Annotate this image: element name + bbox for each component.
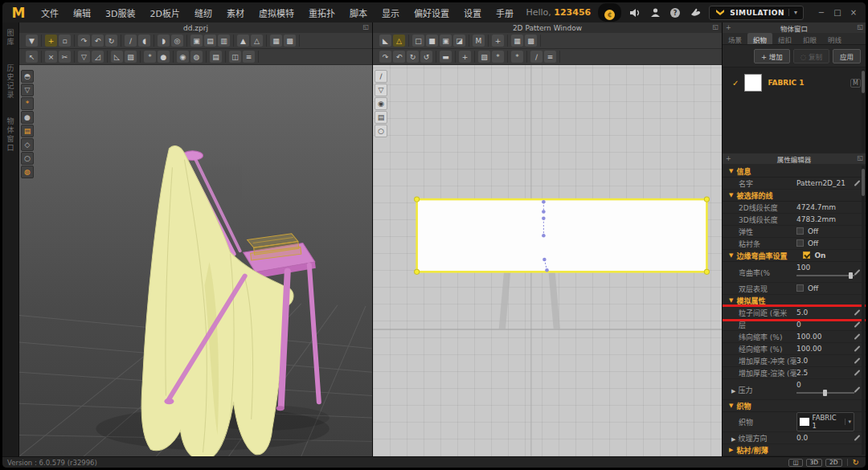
tool-icon[interactable]: ∕ — [125, 35, 137, 47]
menu-item[interactable]: 3D服装 — [99, 4, 141, 22]
triangle-right-icon[interactable]: ▶ — [731, 436, 735, 443]
tab-明线[interactable]: 明线 — [822, 33, 847, 44]
menu-item[interactable]: 手册 — [489, 4, 520, 22]
section-header[interactable]: ▼被选择的线 — [723, 190, 866, 202]
pin-icon[interactable]: + — [726, 24, 731, 31]
sync-icon[interactable]: ↻ — [853, 458, 859, 467]
edit-pencil-icon[interactable] — [854, 435, 861, 441]
section-header[interactable]: ▼信息 — [723, 166, 866, 178]
prop-value[interactable]: 100.00 — [796, 333, 822, 341]
tool-icon[interactable]: ↶ — [92, 35, 104, 47]
tool-icon[interactable]: ▬ — [440, 51, 452, 63]
slider[interactable] — [796, 392, 854, 394]
tab-扣眼[interactable]: 扣眼 — [797, 33, 822, 44]
viewport-tool-icon[interactable]: ◇ — [21, 138, 34, 151]
tool-icon[interactable]: ↶ — [393, 51, 405, 63]
tool-icon[interactable]: □ — [412, 35, 424, 47]
tool-icon[interactable]: + — [492, 35, 504, 47]
minimize-button[interactable]: − — [816, 8, 827, 17]
tool-icon[interactable]: ◍ — [190, 51, 203, 63]
3d-viewport[interactable]: ◓▽*●▤◇○◍ — [19, 65, 372, 456]
triangle-down-icon[interactable]: ▼ — [729, 252, 733, 259]
scrollbar[interactable] — [862, 166, 865, 455]
tool-icon[interactable]: ↻ — [105, 35, 117, 47]
menu-item[interactable]: 虚拟模特 — [252, 4, 301, 22]
chevron-down-icon[interactable]: ▾ — [845, 419, 851, 425]
prop-row[interactable]: ▶压力0 — [723, 379, 866, 400]
edit-pencil-icon[interactable] — [854, 386, 861, 393]
prop-row[interactable]: 双层表现Off — [723, 283, 866, 295]
fabric-badge-icon[interactable]: M — [850, 79, 861, 88]
edit-pencil-icon[interactable] — [854, 370, 861, 376]
tool-icon[interactable]: ≡ — [544, 51, 556, 63]
pin-icon[interactable]: + — [726, 155, 731, 162]
tool-icon[interactable]: ↖ — [26, 51, 38, 63]
tool-icon[interactable]: ▦ — [511, 35, 523, 47]
tool-icon[interactable]: ▽ — [78, 51, 90, 63]
viewport-tool-icon[interactable]: ∕ — [375, 70, 387, 83]
menu-item[interactable]: 重拓扑 — [302, 4, 342, 22]
popout-icon[interactable]: ◱ — [712, 23, 719, 31]
collapsed-panel-tab[interactable]: 图库 — [6, 29, 16, 47]
section-header[interactable]: ▼织物 — [723, 400, 866, 412]
tool-icon[interactable]: ▩ — [525, 35, 537, 47]
apply-fabric-button[interactable]: 应用 — [833, 49, 861, 63]
tool-icon[interactable]: ▼ — [26, 35, 38, 47]
tool-icon[interactable]: ● — [158, 51, 170, 63]
tool-icon[interactable]: ↻ — [407, 51, 419, 63]
tool-icon[interactable]: * — [492, 51, 504, 63]
tool-icon[interactable]: + — [459, 51, 471, 63]
prop-row[interactable]: 纬向缩率 (%)100.00 — [723, 331, 866, 343]
prop-row[interactable]: 3D线段长度4783.2mm — [723, 214, 866, 226]
collapsed-panel-tab[interactable]: 历史记录 — [6, 64, 16, 100]
tool-icon[interactable]: ◫ — [229, 51, 241, 63]
popout-icon[interactable]: ◱ — [857, 23, 863, 31]
viewport-tool-icon[interactable]: ◉ — [375, 97, 387, 110]
tool-icon[interactable]: ▦ — [270, 35, 282, 47]
menu-item[interactable]: 偏好设置 — [407, 4, 456, 22]
tool-icon[interactable]: ◖ — [138, 35, 150, 47]
triangle-down-icon[interactable]: ▼ — [729, 297, 733, 304]
prop-row[interactable]: 增加厚度-渲染 (毫2.5 — [723, 367, 866, 379]
tool-icon[interactable]: ∕ — [530, 51, 542, 63]
tool-icon[interactable]: ▧ — [125, 51, 137, 63]
viewport-tool-icon[interactable]: ▤ — [375, 111, 387, 124]
tool-icon[interactable]: ▤ — [210, 51, 222, 63]
prop-value[interactable]: 0.0 — [796, 434, 808, 442]
prop-row[interactable]: 弹性Off — [723, 226, 866, 238]
prop-row[interactable]: 层0 — [723, 319, 866, 331]
menu-item[interactable]: 脚本 — [343, 4, 374, 22]
edit-pencil-icon[interactable] — [854, 269, 861, 276]
menu-item[interactable]: 素材 — [220, 4, 251, 22]
user-profile-icon[interactable] — [649, 6, 661, 19]
add-fabric-button[interactable]: + 增加 — [754, 49, 790, 63]
collapsed-panel-tab[interactable]: 物体窗口 — [6, 117, 16, 153]
prop-row[interactable]: ▶纹理方向0.0 — [723, 432, 866, 444]
tool-icon[interactable]: ◉ — [177, 51, 189, 63]
prop-row[interactable]: 织物FABRIC 1▾ — [723, 412, 866, 432]
menu-item[interactable]: 设置 — [457, 4, 488, 22]
tab-织物[interactable]: 织物 — [747, 33, 772, 44]
tool-icon[interactable]: ↷ — [379, 51, 391, 63]
3d-view-button[interactable]: 3D — [806, 459, 823, 467]
section-header[interactable]: ▶粘衬/削薄 — [723, 444, 866, 456]
tool-icon[interactable]: ◗ — [158, 35, 170, 47]
tool-icon[interactable]: ▩ — [284, 35, 296, 47]
tool-icon[interactable]: ↷ — [78, 35, 90, 47]
viewport-tool-icon[interactable]: ▤ — [21, 125, 34, 137]
viewport-tool-icon[interactable]: ○ — [375, 125, 387, 137]
help-icon[interactable]: ? — [669, 6, 682, 19]
tool-icon[interactable]: △ — [393, 35, 405, 47]
tool-icon[interactable]: ▣ — [190, 35, 203, 47]
checkbox[interactable] — [796, 284, 804, 292]
prop-row[interactable]: 弯曲率(%100 — [723, 262, 866, 283]
edit-pencil-icon[interactable] — [854, 321, 861, 328]
prop-value[interactable]: 4724.7mm — [796, 203, 836, 211]
tool-icon[interactable]: + — [45, 35, 57, 47]
edit-pencil-icon[interactable] — [854, 358, 861, 364]
tool-icon[interactable]: ◎ — [171, 35, 183, 47]
prop-row[interactable]: 经向缩率 (%)100.00 — [723, 343, 866, 355]
tool-icon[interactable]: ▫ — [59, 35, 71, 47]
fabric-swatch[interactable] — [744, 74, 762, 92]
prop-value[interactable]: 100.00 — [796, 345, 822, 353]
